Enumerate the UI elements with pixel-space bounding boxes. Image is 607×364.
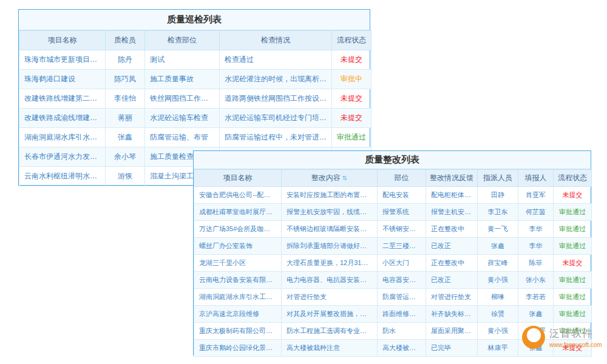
table-row[interactable]: 改建铁路线增建第二线...李佳怡铁丝网围挡工作检查道路两侧铁丝网围挡工作按设计.… [19,89,371,109]
cell-project-name[interactable]: 云南水利枢纽潜明水库... [19,167,106,186]
cell-project-name[interactable]: 成都杜甫草堂临时展厅独立展... [194,204,282,221]
cell-project-name[interactable]: 珠海市城市更新项目紫... [19,50,106,70]
cell-project-name[interactable]: 改建铁路成渝线增建第... [19,109,106,128]
cell-part: 高大楼被栽种 [378,340,426,357]
cell-project-name[interactable]: 湖南洞庭湖水库引水工... [19,128,106,147]
cell-project-name[interactable]: 长春市伊通河水力发电... [19,147,106,167]
table-row[interactable]: 珠海市城市更新项目紫...陈丹测试检查通过未提交 [19,50,371,70]
table-row[interactable]: 安徽合肥供电公司--配电设备...安装时应按施工图的布置，将...配电安装配电柜… [194,187,592,204]
cell-part: 不锈钢安装... [378,221,426,238]
cell-status: 审批通过 [554,238,592,255]
column-header-inspection-part[interactable]: 检查部位 [145,31,220,50]
cell-status: 未提交 [332,50,371,70]
table-row[interactable]: 改建铁路成渝线增建第...蒋丽水泥砼运输车检查水泥砼运输车司机经过专门培训...… [19,109,371,128]
cell-rectify-content: 拆除到承重墙部分请做好加固... [282,238,378,255]
cell-assignee: 林康平 [478,340,518,357]
column-header-reporter[interactable]: 填报人 [518,170,554,187]
cell-reporter: 李华 [518,238,554,255]
cell-part: 电容器安装... [378,272,426,289]
column-header-assignee[interactable]: 指派人员 [478,170,518,187]
cell-rectify-content: 安装时应按施工图的布置，将... [282,187,378,204]
watermark-brand: 泛普软件 [549,326,602,340]
table-row[interactable]: 万达广场35#会所及咖啡厅空...不锈钢边框玻璃隔断安装不牢...不锈钢安装..… [194,221,592,238]
table-row[interactable]: 湖南洞庭湖水库引水工...张鑫防腐管运输、布管防腐管运输过程中，未对管进行...… [19,128,371,147]
cell-project-name[interactable]: 改建铁路线增建第二线... [19,89,106,109]
cell-project-name[interactable]: 京沪高速北京段维修 [194,306,282,323]
cell-status: 审批通过 [554,306,592,323]
cell-project-name[interactable]: 重庆市鹅岭公园绿化景观提升... [194,340,282,357]
sort-icon[interactable]: ⇅ [342,175,347,181]
cell-rectify-content: 报警主机安放牢固，线缆连接... [282,204,378,221]
cell-assignee: 李卫东 [478,204,518,221]
cell-inspector: 余小琴 [106,147,145,167]
cell-inspection-detail: 水泥砼运输车司机经过专门培训... [220,109,332,128]
column-header-inspection-detail[interactable]: 检查情况 [220,31,332,50]
cell-project-name[interactable]: 珠海鹤港口建设 [19,70,106,89]
table-row[interactable]: 云南电力设备安装有限公司20...电力电容器、电抗器安装方案,...电容器安装.… [194,272,592,289]
cell-inspector: 陈巧凤 [106,70,145,89]
cell-project-name[interactable]: 万达广场35#会所及咖啡厅空... [194,221,282,238]
cell-feedback: 已完毕 [426,340,478,357]
cell-project-name[interactable]: 重庆太极制药有限公司亳州中... [194,323,282,340]
table-row[interactable]: 螺丝厂办公室装饰拆除到承重墙部分请做好加固...二至三楼混...已改正张鑫李华审… [194,238,592,255]
cell-inspector: 游恢 [106,167,145,186]
cell-project-name[interactable]: 安徽合肥供电公司--配电设备... [194,187,282,204]
cell-part: 小区大门 [378,255,426,272]
cell-rectify-content: 大理石质量更换，12月31日之... [282,255,378,272]
cell-feedback: 补齐缺失标志... [426,306,478,323]
cell-status: 审批通过 [554,204,592,221]
table-row[interactable]: 珠海鹤港口建设陈巧凤施工质量事故水泥砼灌注的时候，出现离析现象审批中 [19,70,371,89]
cell-part: 防水 [378,323,426,340]
cell-project-name[interactable]: 湖南洞庭湖水库引水工程施工... [194,289,282,306]
column-header-project-name[interactable]: 项目名称 [19,31,106,50]
cell-status: 审批通过 [554,272,592,289]
cell-feedback: 已改正 [426,238,478,255]
cell-status: 审批通过 [332,128,371,147]
column-header-part[interactable]: 部位 [378,170,426,187]
page: 质量巡检列表 项目名称质检员检查部位检查情况流程状态 珠海市城市更新项目紫...… [0,0,607,364]
table-row[interactable]: 湖南洞庭湖水库引水工程施工...对管进行垫支防腐管运输...对管进行垫支柳琳李若… [194,289,592,306]
cell-inspection-detail: 道路两侧铁丝网围挡工作按设计... [220,89,332,109]
cell-reporter: 张鑫 [518,306,554,323]
cell-part: 防腐管运输... [378,289,426,306]
cell-assignee: 张鑫 [478,238,518,255]
cell-feedback: 已改正 [426,272,478,289]
cell-reporter: 李若若 [518,289,554,306]
cell-inspection-detail: 检查通过 [220,50,332,70]
cell-feedback: 报警主机安放... [426,204,478,221]
column-header-feedback[interactable]: 整改情况反馈 [426,170,478,187]
cell-feedback: 对管进行垫支 [426,289,478,306]
cell-assignee: 黄一飞 [478,221,518,238]
cell-status: 未提交 [332,109,371,128]
cell-rectify-content: 高大楼被栽种注意 [282,340,378,357]
cell-inspector: 李佳怡 [106,89,145,109]
column-header-inspector[interactable]: 质检员 [106,31,145,50]
cell-project-name[interactable]: 龙湖三千里小区 [194,255,282,272]
cell-rectify-content: 对其及对开展整改措施，桥头... [282,306,378,323]
cell-part: 二至三楼混... [378,238,426,255]
cell-feedback: 正在整改中 [426,221,478,238]
cell-assignee: 黄小强 [478,272,518,289]
cell-project-name[interactable]: 云南电力设备安装有限公司20... [194,272,282,289]
cell-inspection-part: 铁丝网围挡工作检查 [145,89,220,109]
table-row[interactable]: 成都杜甫草堂临时展厅独立展...报警主机安放牢固，线缆连接...报警系统报警主机… [194,204,592,221]
rectification-list-panel: 质量整改列表 项目名称整改内容⇅部位整改情况反馈指派人员填报人流程状态 安徽合肥… [193,150,591,356]
cell-status: 审批通过 [554,221,592,238]
cell-project-name[interactable]: 螺丝厂办公室装饰 [194,238,282,255]
column-header-status[interactable]: 流程状态 [332,31,371,50]
column-header-project-name[interactable]: 项目名称 [194,170,282,187]
cell-inspector: 张鑫 [106,128,145,147]
cell-inspection-detail: 水泥砼灌注的时候，出现离析现象 [220,70,332,89]
column-header-rectify-content[interactable]: 整改内容⇅ [282,170,378,187]
cell-reporter: 张小东 [518,272,554,289]
column-header-status[interactable]: 流程状态 [554,170,592,187]
cell-inspection-part: 施工质量事故 [145,70,220,89]
cell-rectify-content: 电力电容器、电抗器安装方案,... [282,272,378,289]
rectification-list-title: 质量整改列表 [194,151,591,169]
table-row[interactable]: 龙湖三千里小区大理石质量更换，12月31日之...小区大门正在整改中薛宝峰陈菲未… [194,255,592,272]
watermark-text: 泛普软件 www.fanpusoft.com [549,326,602,348]
table-row[interactable]: 京沪高速北京段维修对其及对开展整改措施，桥头...路面维修检...补齐缺失标志.… [194,306,592,323]
cell-inspection-part: 水泥砼运输车检查 [145,109,220,128]
fanpu-watermark: 泛普软件 www.fanpusoft.com [522,326,602,349]
cell-reporter: 肖亚军 [518,187,554,204]
